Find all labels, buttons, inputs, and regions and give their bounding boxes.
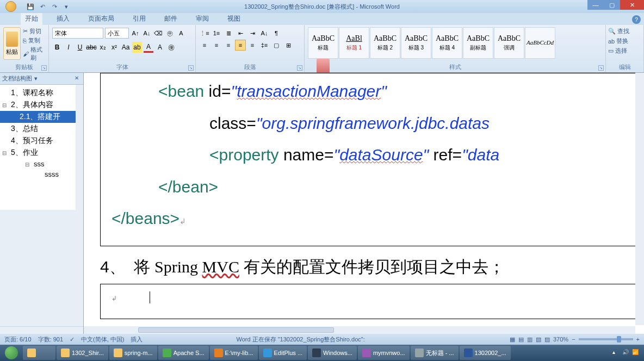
tab-home[interactable]: 开始 [21,13,42,25]
align-justify-button[interactable]: ≡ [235,40,246,51]
cut-button[interactable]: ✂剪切 [23,27,45,35]
shading-button[interactable]: ▢ [271,40,282,51]
help-icon[interactable]: ? [632,15,641,24]
bold-button[interactable]: B [52,42,62,53]
insert-mode[interactable]: 插入 [131,335,143,344]
taskbar-item[interactable]: spring-m... [109,346,157,360]
taskbar-item[interactable]: 无标题 - ... [411,346,459,360]
nav-item[interactable]: 4、预习任务 [0,135,83,147]
tray-volume-icon[interactable]: 📶 [632,349,640,357]
clear-format-icon[interactable]: ⌫ [153,28,163,39]
grow-font-icon[interactable]: A↑ [131,28,140,39]
nav-hscrollbar[interactable] [0,326,83,334]
nav-dropdown-icon[interactable]: ▾ [34,75,38,82]
strike-button[interactable]: abc [86,42,96,53]
nav-vscrollbar[interactable] [76,85,83,210]
underline-button[interactable]: U [75,42,85,53]
select-button[interactable]: ▭选择 [608,47,641,55]
replace-button[interactable]: ab替换 [608,37,641,45]
taskbar-item[interactable]: mymvnwo... [358,346,410,360]
paragraph-launcher[interactable]: ↘ [297,65,302,71]
close-button[interactable]: ✕ [620,0,644,10]
style-item[interactable]: AaBbC标题 [308,27,338,59]
save-icon[interactable]: 💾 [26,2,35,11]
tab-layout[interactable]: 页面布局 [84,13,119,25]
heading-4[interactable]: 4、 将 Spring MVC 有关的配置文件拷贝到项目之中去； [100,253,644,284]
nav-close-button[interactable]: ✕ [75,75,81,82]
superscript-button[interactable]: x² [109,42,119,53]
tab-insert[interactable]: 插入 [52,13,74,25]
style-item[interactable]: AaBl标题 1 [339,27,369,59]
nav-item[interactable]: ⊟2、具体内容 [0,99,83,111]
nav-item[interactable]: ssss [0,169,83,179]
align-left-button[interactable]: ≡ [199,40,210,51]
tab-review[interactable]: 审阅 [191,13,213,25]
zoom-out-button[interactable]: − [572,336,575,343]
taskbar-item[interactable]: E:\my-lib... [210,346,258,360]
document-content[interactable]: <bean id="transactionManager" class="org… [100,73,644,326]
borders-button[interactable]: ⊞ [283,40,294,51]
taskbar-item[interactable]: EditPlus ... [259,346,307,360]
language-status[interactable]: 中文(简体, 中国) [81,335,124,344]
style-item[interactable]: AaBbCcDd [525,27,555,59]
styles-gallery[interactable]: AaBbC标题 AaBl标题 1 AaBbC标题 2 AaBbC标题 3 AaB… [308,27,555,59]
inc-indent-button[interactable]: ⇥ [247,28,258,39]
tray-up-icon[interactable]: ▴ [612,349,620,357]
view-outline-icon[interactable]: ▧ [536,336,541,343]
qat-customize-icon[interactable]: ▾ [62,2,71,11]
tab-view[interactable]: 视图 [223,13,245,25]
align-center-button[interactable]: ≡ [211,40,222,51]
style-item[interactable]: AaBbC标题 3 [401,27,431,59]
subscript-button[interactable]: x₂ [98,42,108,53]
style-item[interactable]: AaBbC标题 2 [370,27,400,59]
zoom-level[interactable]: 370% [553,336,568,343]
maximize-button[interactable]: ▢ [604,0,620,10]
style-item[interactable]: AaBbC强调 [494,27,524,59]
phonetic-icon[interactable]: ㊥ [165,28,175,39]
tab-mailings[interactable]: 邮件 [160,13,182,25]
spell-check-icon[interactable]: ✓ [70,336,75,343]
copy-button[interactable]: ⎘复制 [23,36,45,45]
font-size-input[interactable] [105,28,129,39]
find-button[interactable]: 🔍查找 [608,27,641,35]
doc-vscrollbar[interactable] [635,73,644,325]
nav-item[interactable]: ⊟5、作业 [0,147,83,159]
taskbar-item[interactable]: Apache S... [158,346,209,360]
format-painter-button[interactable]: 🖌格式刷 [23,46,45,62]
office-button[interactable] [1,0,22,13]
code-block[interactable]: <bean id="transactionManager" class="org… [100,73,644,246]
nav-item[interactable]: ⊟sss [0,159,83,169]
char-shading-button[interactable]: A [155,42,165,53]
font-color-button[interactable]: A [144,42,153,53]
tab-references[interactable]: 引用 [128,13,150,25]
taskbar-item[interactable]: Windows... [308,346,357,360]
code-block-empty[interactable]: ↲ [100,284,644,319]
style-item[interactable]: AaBbC标题 4 [432,27,462,59]
style-item[interactable]: AaBbC副标题 [463,27,493,59]
redo-icon[interactable]: ↷ [50,2,59,11]
align-right-button[interactable]: ≡ [223,40,234,51]
view-draft-icon[interactable]: ▨ [544,336,550,343]
char-border-icon[interactable]: A [176,28,186,39]
undo-icon[interactable]: ↶ [38,2,47,11]
view-web-icon[interactable]: ▥ [527,336,532,343]
hscroll-thumb[interactable] [138,327,334,333]
sort-button[interactable]: A↓ [259,28,270,39]
multilevel-button[interactable]: ≣ [223,28,234,39]
styles-launcher[interactable]: ↘ [598,65,604,71]
italic-button[interactable]: I [64,42,73,53]
nav-item[interactable]: 2.1、搭建开 [0,111,83,123]
page-status[interactable]: 页面: 6/10 [4,335,32,344]
font-launcher[interactable]: ↘ [188,65,194,71]
taskbar-item[interactable]: 1302_Shir... [57,346,108,360]
font-name-input[interactable] [52,28,103,39]
zoom-slider-thumb[interactable] [617,336,621,343]
collapse-icon[interactable]: ⊟ [25,161,32,167]
enclose-char-button[interactable]: ㊝ [166,42,176,53]
numbering-button[interactable]: 1≡ [211,28,222,39]
change-case-button[interactable]: Aa [121,42,131,53]
doc-hscrollbar[interactable] [84,326,635,334]
collapse-icon[interactable]: ⊟ [2,150,9,156]
shrink-font-icon[interactable]: A↓ [142,28,152,39]
minimize-button[interactable]: — [587,0,604,10]
